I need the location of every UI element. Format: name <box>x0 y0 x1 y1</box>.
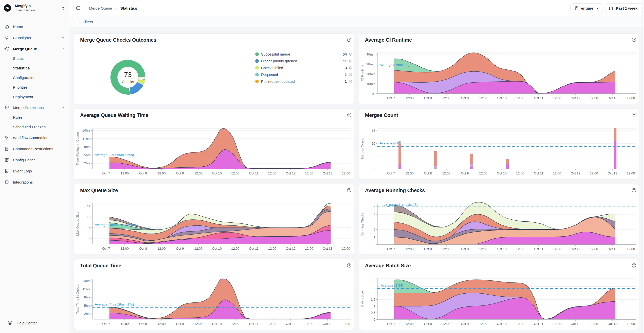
svg-text:14: 14 <box>87 204 90 208</box>
svg-text:Oct 7: Oct 7 <box>387 96 395 100</box>
svg-text:Oct 12: Oct 12 <box>286 247 295 250</box>
svg-text:12:00: 12:00 <box>268 322 277 326</box>
svg-text:Oct 9: Oct 9 <box>176 171 184 175</box>
svg-text:12:00: 12:00 <box>479 322 488 326</box>
svg-text:1: 1 <box>374 235 375 239</box>
svg-text:Oct 11: Oct 11 <box>249 322 258 326</box>
svg-text:Successful merge: Successful merge <box>261 52 290 56</box>
svg-text:Running Checks: Running Checks <box>360 212 364 237</box>
svg-text:10: 10 <box>87 215 90 219</box>
svg-text:Oct 11: Oct 11 <box>249 171 258 175</box>
svg-text:Checks failed: Checks failed <box>261 66 283 70</box>
svg-text:12:00: 12:00 <box>479 247 488 251</box>
svg-text:12:00: 12:00 <box>590 322 598 326</box>
svg-text:10: 10 <box>372 142 375 145</box>
svg-text:11hrs: 11hrs <box>82 287 90 291</box>
svg-text:Oct 12: Oct 12 <box>286 322 295 326</box>
svg-text:Oct 13: Oct 13 <box>608 96 617 100</box>
svg-text:Higher priority queued: Higher priority queued <box>261 59 297 63</box>
svg-text:5: 5 <box>374 205 375 209</box>
svg-text:12:00: 12:00 <box>194 171 203 175</box>
svg-text:Oct 9: Oct 9 <box>176 247 184 250</box>
svg-text:Oct 7: Oct 7 <box>102 171 110 175</box>
svg-text:Oct 11: Oct 11 <box>534 247 543 251</box>
svg-text:12:00: 12:00 <box>121 322 129 326</box>
svg-text:Oct 11: Oct 11 <box>534 96 543 100</box>
svg-text:Oct 10: Oct 10 <box>212 171 222 175</box>
svg-text:0: 0 <box>374 243 375 247</box>
svg-text:12:00: 12:00 <box>516 171 524 175</box>
svg-text:Average (8.8): Average (8.8) <box>380 141 400 145</box>
svg-text:3: 3 <box>374 220 375 224</box>
svg-text:12:00: 12:00 <box>553 322 561 326</box>
svg-text:12:00: 12:00 <box>553 171 561 175</box>
svg-text:5hrs: 5hrs <box>84 153 91 157</box>
svg-text:12:00: 12:00 <box>305 322 313 326</box>
svg-text:Oct 8: Oct 8 <box>424 171 432 175</box>
svg-text:30min: 30min <box>366 62 375 66</box>
svg-text:Oct 10: Oct 10 <box>212 247 222 250</box>
svg-text:12:00: 12:00 <box>342 171 350 175</box>
svg-text:0s: 0s <box>372 92 375 96</box>
svg-text:Oct 8: Oct 8 <box>139 322 147 326</box>
svg-text:12:00: 12:00 <box>305 247 313 250</box>
svg-text:Oct 7: Oct 7 <box>387 171 395 175</box>
svg-text:12:00: 12:00 <box>479 171 488 175</box>
svg-text:12:00: 12:00 <box>157 322 166 326</box>
svg-text:Time Waiting in Queue: Time Waiting in Queue <box>76 132 79 165</box>
svg-text:Oct 7: Oct 7 <box>387 247 395 251</box>
svg-text:1: 1 <box>374 304 375 308</box>
svg-text:12:00: 12:00 <box>157 171 166 175</box>
svg-text:2hrs: 2hrs <box>84 161 91 165</box>
svg-text:0: 0 <box>374 318 375 321</box>
svg-text:Oct 10: Oct 10 <box>497 96 507 100</box>
svg-text:1.5: 1.5 <box>371 298 375 301</box>
svg-text:12:00: 12:00 <box>157 247 166 250</box>
svg-text:12:00: 12:00 <box>268 171 277 175</box>
svg-text:15: 15 <box>372 129 375 133</box>
svg-text:12:00: 12:00 <box>442 96 451 100</box>
svg-text:12:00: 12:00 <box>405 171 414 175</box>
svg-text:10min: 10min <box>366 82 375 86</box>
svg-text:73: 73 <box>124 71 132 79</box>
svg-text:Oct 12: Oct 12 <box>571 171 580 175</box>
svg-text:Average (4hrs 16min 17s): Average (4hrs 16min 17s) <box>95 302 134 306</box>
svg-text:Average (26min 9s): Average (26min 9s) <box>380 63 409 67</box>
svg-text:12:00: 12:00 <box>590 171 598 175</box>
svg-text:54: 54 <box>343 52 347 56</box>
svg-text:6: 6 <box>89 226 90 230</box>
svg-text:12:00: 12:00 <box>553 96 561 100</box>
svg-text:i: i <box>350 74 351 76</box>
svg-text:2: 2 <box>374 228 375 232</box>
svg-text:12:00: 12:00 <box>442 171 451 175</box>
svg-text:12:00: 12:00 <box>516 247 524 251</box>
svg-text:11hrs: 11hrs <box>82 137 90 141</box>
svg-text:1: 1 <box>345 80 347 84</box>
svg-text:12:00: 12:00 <box>121 171 129 175</box>
svg-text:12:00: 12:00 <box>590 247 598 251</box>
svg-text:Oct 8: Oct 8 <box>424 96 432 100</box>
svg-text:12:00: 12:00 <box>479 96 488 100</box>
svg-text:Oct 11: Oct 11 <box>534 171 543 175</box>
svg-text:Max Queue Size: Max Queue Size <box>76 212 79 236</box>
svg-text:2hrs: 2hrs <box>84 312 91 316</box>
svg-text:Oct 12: Oct 12 <box>571 247 580 251</box>
svg-text:Dequeued: Dequeued <box>261 73 278 77</box>
svg-text:Merges Count: Merges Count <box>360 138 364 159</box>
svg-text:12:00: 12:00 <box>342 247 350 250</box>
svg-text:Oct 13: Oct 13 <box>608 322 617 326</box>
svg-text:Oct 13: Oct 13 <box>323 171 332 175</box>
svg-text:0: 0 <box>374 167 375 171</box>
svg-text:Oct 10: Oct 10 <box>497 322 507 326</box>
svg-text:i: i <box>350 67 351 69</box>
svg-text:12:00: 12:00 <box>342 322 350 326</box>
svg-text:12:00: 12:00 <box>305 171 313 175</box>
svg-text:14hrs: 14hrs <box>82 129 90 132</box>
svg-text:14hrs: 14hrs <box>82 279 90 283</box>
svg-text:20min: 20min <box>366 72 375 76</box>
svg-text:Average (2.34): Average (2.34) <box>381 284 403 287</box>
svg-text:i: i <box>350 53 351 56</box>
svg-text:12:00: 12:00 <box>553 247 561 251</box>
svg-text:2: 2 <box>89 237 90 241</box>
svg-text:CI Runtime: CI Runtime <box>360 65 364 81</box>
